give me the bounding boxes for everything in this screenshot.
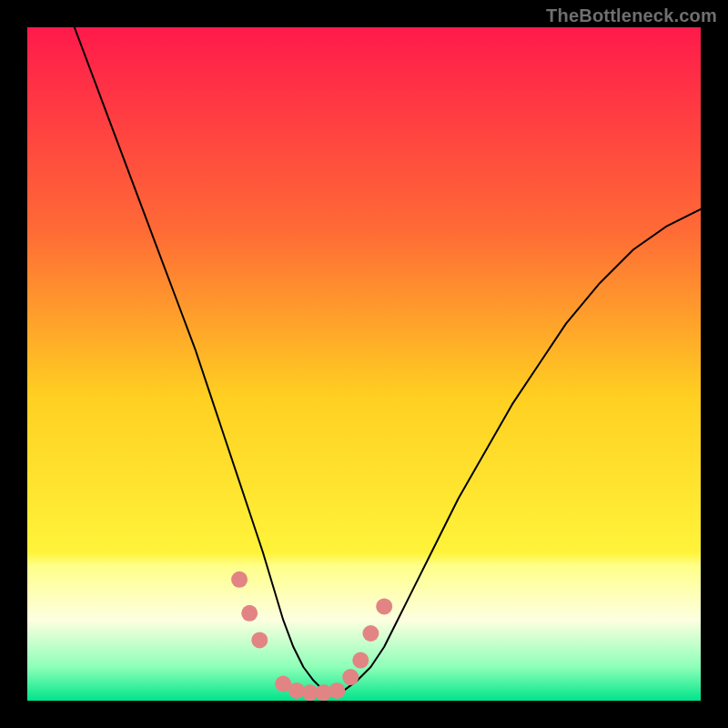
data-marker <box>251 632 268 648</box>
watermark-text: TheBottleneck.com <box>546 5 717 26</box>
data-marker <box>342 669 359 685</box>
data-marker <box>231 571 248 588</box>
plot-area <box>27 27 701 701</box>
data-marker <box>352 652 369 669</box>
plot-background <box>27 27 701 701</box>
chart-frame: TheBottleneck.com <box>0 0 728 728</box>
data-marker <box>376 598 392 614</box>
data-marker <box>329 682 345 699</box>
plot-svg <box>27 27 701 701</box>
data-marker <box>241 605 258 622</box>
data-marker <box>362 625 379 642</box>
